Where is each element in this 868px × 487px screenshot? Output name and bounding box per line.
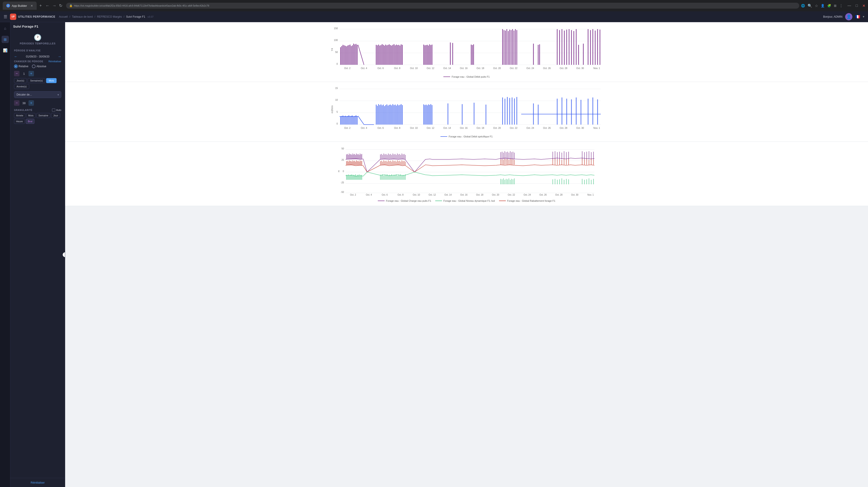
reinitialiser-link[interactable]: Réinitialiser <box>49 60 61 63</box>
breadcrumb-refresco[interactable]: REFRESCO Margès <box>97 15 122 18</box>
svg-rect-159 <box>429 105 430 124</box>
translate-icon[interactable]: 🌐 <box>801 4 805 7</box>
close-button[interactable]: ✕ <box>862 4 865 8</box>
maximize-button[interactable]: □ <box>856 4 858 8</box>
decaler-dropdown[interactable]: Décaler de... <box>14 91 61 98</box>
svg-rect-339 <box>568 159 569 165</box>
decaler-decrement-button[interactable]: − <box>14 100 20 106</box>
user-avatar[interactable]: 👤 <box>845 13 852 20</box>
svg-rect-315 <box>400 161 400 165</box>
refresh-button[interactable]: ↻ <box>59 3 62 8</box>
svg-text:0: 0 <box>337 122 338 125</box>
svg-rect-150 <box>398 105 399 124</box>
svg-rect-154 <box>423 104 424 124</box>
svg-text:-50: -50 <box>341 191 344 193</box>
svg-rect-402 <box>562 178 562 184</box>
profile-icon[interactable]: 👤 <box>821 4 825 7</box>
address-bar[interactable]: 🔒 https://iot.magicbuilder.io/ca/dfab2f2… <box>66 3 800 9</box>
decaler-increment-button[interactable]: + <box>29 100 34 106</box>
sidebar-toggle-icon[interactable]: ⊞ <box>834 4 837 7</box>
period-semaines-button[interactable]: Semaine(s) <box>28 78 45 83</box>
sidebar-icon-analytics[interactable]: 📊 <box>2 47 9 54</box>
gran-semaine-button[interactable]: Semaine <box>36 113 50 118</box>
svg-text:Oct. 24: Oct. 24 <box>526 67 534 69</box>
svg-rect-87 <box>592 29 593 65</box>
svg-rect-34 <box>388 45 389 65</box>
lock-icon: 🔒 <box>69 4 73 7</box>
svg-text:Oct. 10: Oct. 10 <box>410 126 417 129</box>
svg-rect-279 <box>593 152 594 160</box>
gran-annee-button[interactable]: Année <box>14 113 25 118</box>
bookmark-icon[interactable]: ☆ <box>815 4 818 8</box>
svg-rect-39 <box>394 44 394 65</box>
svg-rect-226 <box>357 154 358 160</box>
menu-icon[interactable]: ⋮ <box>839 4 843 8</box>
auto-checkbox[interactable] <box>52 109 55 112</box>
gran-brut-button[interactable]: Brut <box>26 119 34 124</box>
svg-rect-270 <box>562 152 562 160</box>
extension-icon[interactable]: 🧩 <box>827 4 831 7</box>
svg-rect-292 <box>357 161 358 165</box>
svg-rect-223 <box>354 154 355 160</box>
gran-mois-button[interactable]: Mois <box>26 113 35 118</box>
footer-reinit-link[interactable]: Réinitialiser <box>31 481 44 484</box>
svg-text:10: 10 <box>335 98 338 101</box>
period-jours-button[interactable]: Jour(s) <box>14 78 27 83</box>
svg-rect-152 <box>401 104 402 124</box>
period-mois-button[interactable]: Mois <box>46 78 56 83</box>
svg-rect-143 <box>390 105 391 124</box>
add-tab-button[interactable]: + <box>39 3 42 8</box>
svg-rect-237 <box>386 154 386 160</box>
period-annees-button[interactable]: Année(s) <box>14 84 29 89</box>
collapse-sidebar-button[interactable]: ‹ <box>63 252 65 257</box>
language-flag[interactable]: 🇫🇷 <box>855 14 860 19</box>
svg-rect-234 <box>382 155 383 160</box>
main-layout: ⌂ ⊞ 📊 Suivi Forage F1 🕐 PÉRIODES TEMPORE… <box>0 22 868 487</box>
svg-rect-387 <box>501 179 501 184</box>
svg-rect-384 <box>403 175 403 180</box>
svg-text:-25: -25 <box>341 181 344 184</box>
gran-heure-button[interactable]: Heure <box>14 119 25 124</box>
svg-rect-372 <box>389 175 390 180</box>
browser-tab[interactable]: ⚡ App Builder ✕ <box>3 2 37 10</box>
nav-chevron[interactable]: ▾ <box>863 15 864 18</box>
svg-rect-284 <box>350 161 350 165</box>
relative-label: Relative <box>19 65 28 68</box>
svg-text:m: m <box>338 170 340 172</box>
forward-button[interactable]: → <box>52 3 56 8</box>
sidebar-icon-home[interactable]: ⌂ <box>2 25 9 32</box>
svg-rect-244 <box>394 154 394 160</box>
gran-jour-button[interactable]: Jour <box>51 113 60 118</box>
svg-rect-286 <box>352 162 352 165</box>
period-label: PÉRIODES TEMPORELLES <box>13 42 62 45</box>
tab-close-button[interactable]: ✕ <box>31 4 33 7</box>
minimize-button[interactable]: — <box>847 4 851 8</box>
zoom-icon[interactable]: 🔍 <box>808 4 812 8</box>
svg-rect-399 <box>555 179 555 184</box>
date-next-button[interactable]: → <box>58 55 61 59</box>
svg-rect-220 <box>352 155 352 160</box>
svg-rect-341 <box>584 160 585 165</box>
svg-text:50: 50 <box>335 51 338 53</box>
svg-rect-217 <box>349 153 349 160</box>
svg-rect-256 <box>502 152 502 160</box>
relative-radio[interactable]: Relative <box>14 64 28 68</box>
svg-rect-357 <box>356 176 357 180</box>
absolute-radio[interactable]: Absolue <box>32 64 46 68</box>
svg-rect-130 <box>357 116 358 124</box>
svg-rect-17 <box>350 45 350 65</box>
chart3-legend-text-3: Forage eau : Global Rabattement forage F… <box>507 199 555 202</box>
svg-rect-69 <box>515 29 516 65</box>
back-button[interactable]: ← <box>45 3 50 8</box>
svg-rect-138 <box>384 106 385 124</box>
breadcrumb-home[interactable]: Accueil <box>59 15 68 18</box>
svg-rect-330 <box>513 159 513 165</box>
date-prev-button[interactable]: ← <box>14 55 18 59</box>
sidebar-icon-dashboard[interactable]: ⊞ <box>2 36 9 43</box>
hamburger-menu[interactable]: ☰ <box>4 14 7 19</box>
breadcrumb-tableaux[interactable]: Tableaux de bord <box>72 15 93 18</box>
period-decrement-button[interactable]: − <box>14 71 20 76</box>
svg-rect-25 <box>377 45 378 65</box>
period-increment-button[interactable]: + <box>29 71 34 76</box>
svg-rect-248 <box>398 154 399 160</box>
